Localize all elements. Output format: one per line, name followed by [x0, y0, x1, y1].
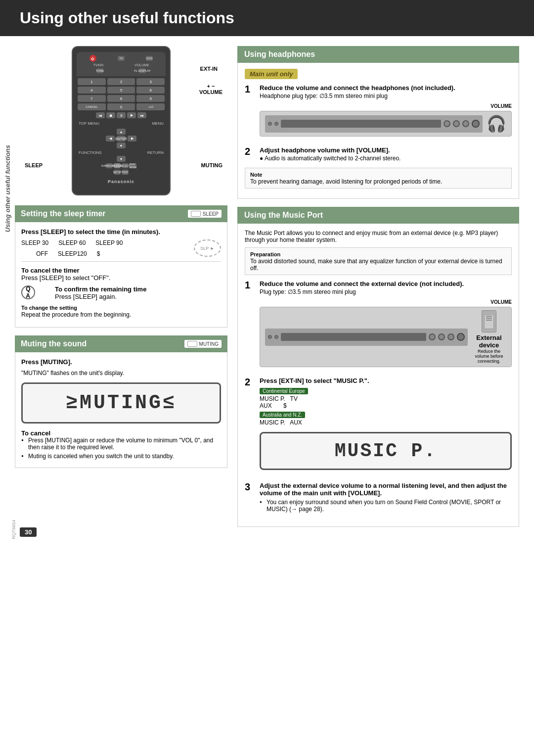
remote-pause[interactable]: ⏸: [117, 112, 126, 118]
remote-btn-1[interactable]: 1: [78, 78, 106, 85]
remote-nav-down2[interactable]: ▼: [117, 156, 126, 162]
sleep-opt-dollar: $: [97, 250, 100, 257]
mp-step-num-1: 1: [245, 280, 255, 290]
muting-cancel-item-2: Muting is canceled when you switch the u…: [21, 453, 221, 460]
cancel-tip-text: Press [SLEEP] to select "OFF".: [21, 274, 221, 282]
preparation-box: Preparation To avoid distorted sound, ma…: [245, 247, 512, 275]
music-port-title: Using the Music Port: [244, 211, 323, 219]
mp-step1-text: Plug type: ∅3.5 mm stereo mini plug: [260, 288, 512, 295]
remote-top-area: ⏻ TV DVD TVKIN VOLUME TONE FL.DISPLAY: [77, 52, 166, 76]
remote-fl-disp-btn[interactable]: FL.DISPLAY: [139, 68, 146, 73]
remote-btn-5[interactable]: 5: [107, 87, 135, 94]
mp-step-1-content: Reduce the volume and connect the extern…: [260, 280, 512, 371]
remote-nav-down[interactable]: ▼: [117, 142, 126, 148]
headphones-step-1: 1 Reduce the volume and connect the head…: [245, 84, 512, 141]
bottom-btns: SUBWOOFER SLEEP SELECT PLAY MODE: [78, 163, 165, 168]
region-europe: Continental Europe MUSIC P. TV AUX $: [260, 387, 512, 409]
sleep-opt-4: SLEEP120: [58, 250, 87, 257]
sleep-step1-title: Press [SLEEP] to select the time (in min…: [21, 228, 221, 236]
sleep-timer-section: Setting the sleep timer SLEEP Press [SLE…: [15, 205, 227, 328]
music-display: MUSIC P.: [260, 432, 512, 470]
cancel-tip-title: To cancel the timer: [21, 267, 80, 274]
remote-skip-fwd[interactable]: ⏭: [137, 112, 146, 118]
sleep-label: SLEEP: [25, 162, 43, 168]
headphones-step1-title: Reduce the volume and connect the headph…: [260, 84, 455, 92]
remote-dvd-btn[interactable]: DVD: [146, 56, 153, 61]
remote-btn-2[interactable]: 2: [107, 78, 135, 85]
step-num-2: 2: [245, 146, 255, 156]
mp-step-2-content: Press [EXT-IN] to select "MUSIC P.". Con…: [260, 377, 512, 476]
remote-btn-4[interactable]: 4: [78, 87, 106, 94]
music-port-intro: The Music Port allows you to connect and…: [245, 230, 512, 243]
remote-btn-plus-ten[interactable]: +10: [136, 103, 165, 110]
headphones-step-2: 2 Adjust headphone volume with [VOLUME].…: [245, 146, 512, 162]
music-port-step-2: 2 Press [EXT-IN] to select "MUSIC P.". C…: [245, 377, 512, 476]
remote-stop[interactable]: ⏹: [106, 112, 115, 118]
remote-power-btn[interactable]: ⏻: [89, 55, 96, 62]
headphones-illustration: VOLUME: [260, 103, 512, 137]
ext-in-label: EXT-IN: [200, 66, 218, 72]
remote-sleep-btn[interactable]: SLEEP: [114, 163, 121, 168]
remote-play-mode-btn[interactable]: PLAY MODE: [130, 163, 136, 168]
sleep-timer-content: Press [SLEEP] to select the time (in min…: [15, 222, 227, 328]
remote-btn-cancel[interactable]: CANCEL: [78, 103, 106, 110]
music-port-illustration: VOLUME: [260, 299, 512, 367]
sleep-opt-off: OFF: [36, 250, 48, 257]
right-column: Using headphones Main unit only 1 Reduce…: [237, 46, 519, 527]
external-device-area: External device Reduce the volume before…: [472, 310, 506, 364]
mp-step-num-2: 2: [245, 377, 255, 387]
mp-step-3-content: Adjust the external device volume to a n…: [260, 482, 512, 515]
remote-btn-6[interactable]: 6: [136, 87, 165, 94]
volume-label-remote: + − VOLUME: [199, 83, 222, 95]
sleep-badge: SLEEP: [188, 210, 222, 218]
remote-btn-7[interactable]: 7: [78, 95, 106, 102]
muting-title: Muting the sound: [21, 339, 87, 348]
remote-tv-btn[interactable]: TV: [118, 56, 125, 61]
sleep-timer-header: Setting the sleep timer SLEEP: [15, 205, 227, 222]
remote-test-btn[interactable]: TEST: [122, 170, 129, 175]
preparation-title: Preparation: [250, 251, 280, 257]
headphone-icon: 🎧: [487, 114, 506, 133]
remote-subwoofer-btn[interactable]: SUBWOOFER: [106, 163, 113, 168]
remote-nav-right[interactable]: ▶: [128, 136, 136, 142]
external-device-icon: [482, 310, 496, 332]
sleep-options-area: SLEEP 30 SLEEP 60 SLEEP 90 OFF SLEEP120 …: [21, 239, 221, 257]
nav-labels: TOP MENUMENU: [79, 121, 164, 126]
muting-badge: MUTING: [184, 340, 222, 348]
remote-select-btn[interactable]: SELECT: [122, 163, 129, 168]
remote-tone-btn[interactable]: TONE: [96, 68, 103, 73]
tip-change: To change the setting Repeat the procedu…: [21, 304, 221, 318]
remote-nav-up[interactable]: ▲: [117, 129, 126, 135]
remote-nav-left[interactable]: ◀: [106, 136, 115, 142]
remote-enter[interactable]: ENTER: [117, 136, 126, 142]
mp-step3-bullet-1: You can enjoy surround sound when you tu…: [260, 499, 512, 513]
music-port-content: The Music Port allows you to connect and…: [237, 224, 519, 527]
step-2-content: Adjust headphone volume with [VOLUME]. ●…: [260, 146, 512, 162]
mp-volume-label: VOLUME: [260, 299, 512, 305]
mp-step1-title: Reduce the volume and connect the extern…: [260, 280, 464, 287]
page-header: Using other useful functions: [0, 0, 534, 36]
mp-step3-bullets: You can enjoy surround sound when you tu…: [260, 499, 512, 513]
headphones-title: Using headphones: [244, 50, 315, 58]
sleep-opt-1: SLEEP 30: [21, 239, 48, 246]
transport-controls: ⏮ ⏹ ⏸ ▶ ⏭: [78, 112, 165, 118]
mp-step-num-3: 3: [245, 482, 255, 492]
slp-indicator: SLP ►: [194, 239, 221, 257]
muting-header: Muting the sound MUTING: [15, 335, 227, 352]
remote-btn-0[interactable]: 0: [107, 103, 135, 110]
preparation-text: To avoid distorted sound, make sure that…: [250, 258, 506, 272]
remote-btn-3[interactable]: 3: [136, 78, 165, 85]
device-body-hp: [265, 115, 483, 133]
remote-play[interactable]: ▶: [127, 112, 136, 118]
remote-setup-btn[interactable]: SETUP: [114, 170, 121, 175]
muting-step1-text: "MUTING" flashes on the unit's display.: [21, 370, 221, 377]
mp-step2-title: Press [EXT-IN] to select "MUSIC P.".: [260, 377, 369, 384]
note-label: Note: [250, 172, 262, 178]
sleep-options-list: SLEEP 30 SLEEP 60 SLEEP 90: [21, 239, 221, 246]
remote-btn-9[interactable]: 9: [136, 95, 165, 102]
doc-ref: RQT8654: [11, 520, 16, 539]
change-tip-text: Repeat the procedure from the beginning.: [21, 311, 221, 318]
remote-btn-8[interactable]: 8: [107, 95, 135, 102]
region2-label: Australia and N.Z.: [260, 412, 305, 418]
remote-skip-back[interactable]: ⏮: [96, 112, 105, 118]
